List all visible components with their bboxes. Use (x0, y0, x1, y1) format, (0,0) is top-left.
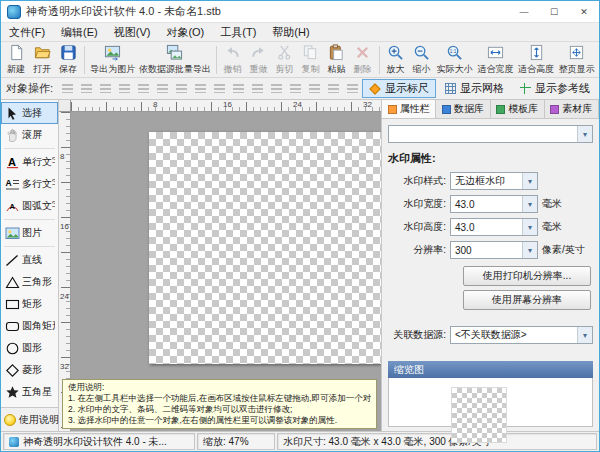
chevron-down-icon[interactable]: ▾ (522, 173, 537, 189)
space-evenly-vertical-button[interactable] (248, 80, 266, 98)
show-guides-toggle[interactable]: 显示参考线 (513, 79, 597, 98)
window-title: 神奇透明水印设计软件 4.0 - 未命名1.stb (26, 4, 221, 19)
show-ruler-toggle[interactable]: 显示标尺 (362, 79, 436, 98)
actual-size-button[interactable]: 1:1 实际大小 (436, 43, 475, 77)
export-image-button[interactable]: 导出为图片 (89, 43, 136, 77)
usage-help-button[interactable]: 使用说明 (1, 407, 58, 431)
show-grid-toggle[interactable]: 显示网格 (438, 79, 511, 98)
window-controls: — ☐ ✕ (509, 1, 599, 22)
button-label: 剪切 (276, 63, 294, 76)
new-button[interactable]: 新建 (4, 43, 28, 77)
button-label: 放大 (387, 63, 405, 76)
use-screen-resolution-button[interactable]: 使用屏幕分辨率 (463, 290, 591, 310)
fit-page-button[interactable]: 整页显示 (557, 43, 596, 77)
tool-image[interactable]: 图片 (1, 222, 58, 244)
flip-horizontal-button[interactable] (343, 80, 361, 98)
align-top-button[interactable] (115, 80, 133, 98)
combobox-value: 无边框水印 (451, 174, 522, 188)
fit-width-icon (487, 44, 504, 62)
svg-text:A: A (5, 178, 11, 188)
use-printer-resolution-button[interactable]: 使用打印机分辨率... (463, 266, 591, 286)
rotate-right-button[interactable] (324, 80, 342, 98)
zoom-in-button[interactable]: 放大 (384, 43, 408, 77)
tool-star[interactable]: 五角星 (1, 381, 58, 403)
tab-materials[interactable]: 素材库 (545, 100, 599, 118)
tool-line[interactable]: 直线 (1, 249, 58, 271)
arc-text-icon: A (4, 199, 20, 214)
close-button[interactable]: ✕ (569, 1, 599, 22)
tool-rectangle[interactable]: 矩形 (1, 293, 58, 315)
object-selector-combobox[interactable]: ▾ (388, 125, 593, 143)
pan-hand-icon (4, 128, 20, 143)
menu-edit[interactable]: 编辑(E) (53, 23, 106, 41)
align-center-horizontal-button[interactable] (77, 80, 95, 98)
tool-rounded-rectangle[interactable]: 圆角矩形 (1, 315, 58, 337)
watermark-width-combobox[interactable]: 43.0 ▾ (450, 195, 538, 213)
toolbar-separator (216, 46, 217, 74)
save-button[interactable]: 保存 (56, 43, 80, 77)
tool-pan[interactable]: 滚屏 (1, 124, 58, 146)
redo-button[interactable]: 重做 (247, 43, 271, 77)
open-button[interactable]: 打开 (30, 43, 54, 77)
minimize-button[interactable]: — (509, 1, 539, 22)
bring-to-front-button[interactable] (267, 80, 285, 98)
chevron-down-icon[interactable]: ▾ (522, 242, 537, 258)
space-evenly-horizontal-icon (233, 84, 244, 93)
combobox-value: 43.0 (451, 199, 522, 210)
tab-templates[interactable]: 模板库 (491, 100, 545, 118)
chevron-down-icon[interactable]: ▾ (522, 219, 537, 235)
button-label: 保存 (59, 63, 77, 76)
tool-single-line-text[interactable]: A 单行文字 (1, 151, 58, 173)
delete-button[interactable]: 删除 (351, 43, 375, 77)
tool-select[interactable]: 选择 (1, 102, 58, 124)
copy-button[interactable]: 复制 (299, 43, 323, 77)
space-evenly-horizontal-button[interactable] (229, 80, 247, 98)
tool-triangle[interactable]: 三角形 (1, 271, 58, 293)
align-right-button[interactable] (96, 80, 114, 98)
chevron-down-icon[interactable]: ▾ (577, 327, 592, 343)
unit-label: 毫米 (542, 220, 562, 234)
chevron-down-icon[interactable]: ▾ (577, 126, 592, 142)
thumbnail-preview-area (388, 378, 593, 427)
datasource-combobox[interactable]: <不关联数据源> ▾ (450, 326, 593, 344)
fit-height-button[interactable]: 适合高度 (517, 43, 556, 77)
ruler-row: 8 16 24 32 (59, 100, 381, 112)
menu-help[interactable]: 帮助(H) (264, 23, 317, 41)
menu-tools[interactable]: 工具(T) (212, 23, 264, 41)
make-same-size-button[interactable] (210, 80, 228, 98)
resolution-combobox[interactable]: 300 ▾ (450, 241, 538, 259)
tool-diamond[interactable]: 菱形 (1, 359, 58, 381)
tool-label: 矩形 (22, 297, 42, 311)
undo-button[interactable]: 撤销 (221, 43, 245, 77)
help-title: 使用说明: (68, 382, 371, 393)
menu-object[interactable]: 对象(O) (158, 23, 212, 41)
make-same-height-button[interactable] (191, 80, 209, 98)
rotate-left-button[interactable] (305, 80, 323, 98)
tab-properties[interactable]: 属性栏 (382, 100, 436, 118)
cut-button[interactable]: 剪切 (273, 43, 297, 77)
button-label: 实际大小 (437, 63, 473, 76)
menu-file[interactable]: 文件(F) (1, 23, 53, 41)
watermark-height-combobox[interactable]: 43.0 ▾ (450, 218, 538, 236)
zoom-out-button[interactable]: 缩小 (410, 43, 434, 77)
tab-database[interactable]: 数据库 (436, 100, 490, 118)
send-to-back-button[interactable] (286, 80, 304, 98)
paste-button[interactable]: 粘贴 (325, 43, 349, 77)
make-same-width-button[interactable] (172, 80, 190, 98)
chevron-down-icon[interactable]: ▾ (522, 196, 537, 212)
fit-width-button[interactable]: 适合宽度 (476, 43, 515, 77)
align-bottom-button[interactable] (153, 80, 171, 98)
tool-label: 多行文字 (22, 177, 55, 191)
watermark-artboard-transparent[interactable] (149, 132, 381, 364)
tool-arc-text[interactable]: A 圆弧文字 (1, 195, 58, 217)
button-label: 缩小 (413, 63, 431, 76)
menu-view[interactable]: 视图(V) (106, 23, 159, 41)
paste-icon (328, 44, 345, 62)
align-left-button[interactable] (58, 80, 76, 98)
align-middle-button[interactable] (134, 80, 152, 98)
maximize-button[interactable]: ☐ (539, 1, 569, 22)
batch-export-button[interactable]: 依数据源批量导出 (138, 43, 211, 77)
watermark-style-combobox[interactable]: 无边框水印 ▾ (450, 172, 538, 190)
tool-circle[interactable]: 圆形 (1, 337, 58, 359)
tool-multi-line-text[interactable]: A 多行文字 (1, 173, 58, 195)
